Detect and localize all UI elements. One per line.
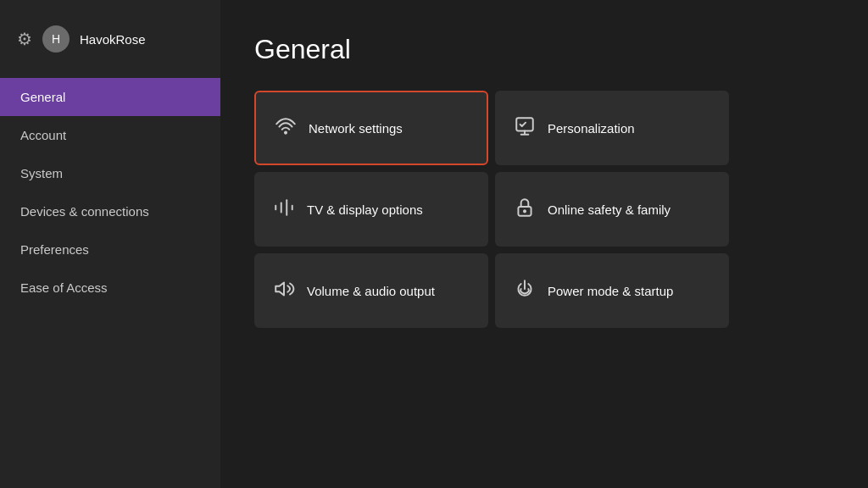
tile-tv-display[interactable]: TV & display options (254, 172, 488, 247)
sidebar-nav: General Account System Devices & connect… (0, 78, 220, 307)
settings-grid: Network settings Personalization (254, 91, 729, 328)
online-safety-icon (514, 197, 536, 222)
tile-personalization[interactable]: Personalization (495, 91, 729, 165)
tile-personalization-label: Personalization (548, 121, 635, 136)
tile-volume-audio[interactable]: Volume & audio output (254, 253, 488, 328)
sidebar-item-general[interactable]: General (0, 78, 220, 116)
sidebar-item-devices[interactable]: Devices & connections (0, 192, 220, 230)
sidebar-item-system[interactable]: System (0, 154, 220, 192)
sidebar: ⚙ H HavokRose General Account System Dev… (0, 0, 220, 488)
tile-power-mode-label: Power mode & startup (548, 284, 673, 298)
gear-icon: ⚙ (17, 29, 32, 49)
sidebar-item-preferences[interactable]: Preferences (0, 230, 220, 269)
tile-volume-audio-label: Volume & audio output (307, 284, 435, 298)
network-icon (275, 115, 297, 141)
tile-network[interactable]: Network settings (254, 91, 488, 165)
tile-network-label: Network settings (309, 121, 403, 136)
page-title: General (254, 34, 834, 65)
tile-online-safety-label: Online safety & family (548, 202, 670, 217)
username-label: HavokRose (80, 32, 146, 47)
svg-point-7 (524, 210, 526, 212)
tile-tv-display-label: TV & display options (307, 202, 423, 217)
personalization-icon (514, 115, 536, 141)
svg-point-0 (285, 132, 287, 134)
power-icon (514, 278, 536, 303)
sidebar-item-ease[interactable]: Ease of Access (0, 269, 220, 307)
tile-online-safety[interactable]: Online safety & family (495, 172, 729, 247)
sidebar-header: ⚙ H HavokRose (0, 17, 220, 69)
tile-power-mode[interactable]: Power mode & startup (495, 253, 729, 328)
avatar: H (42, 25, 70, 53)
sidebar-item-account[interactable]: Account (0, 116, 220, 154)
volume-icon (273, 278, 295, 303)
main-content: General Network settings (220, 0, 868, 488)
tv-display-icon (273, 197, 295, 222)
svg-marker-8 (275, 282, 284, 295)
